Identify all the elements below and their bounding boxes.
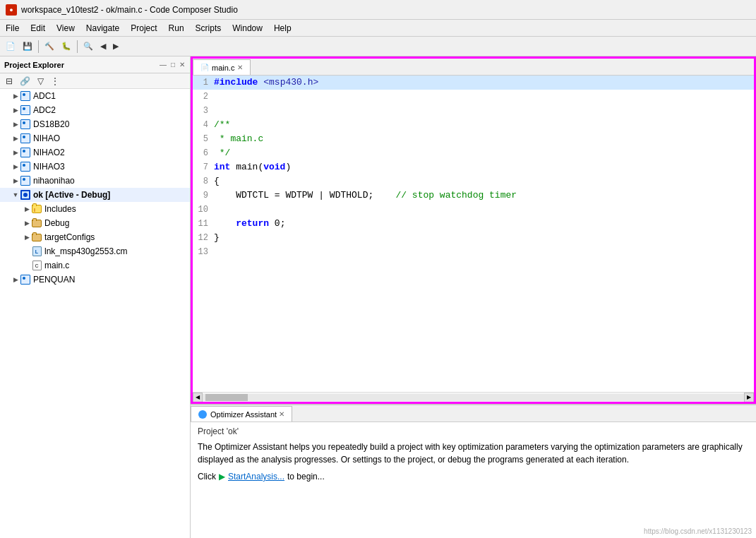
link-suffix: to begin...: [287, 472, 325, 482]
toolbar-save[interactable]: 💾: [20, 40, 35, 52]
scroll-right-arrow[interactable]: ▶: [744, 393, 754, 402]
scroll-thumb[interactable]: [205, 394, 248, 401]
toolbar-debug[interactable]: 🐛: [59, 40, 74, 52]
tree-arrow-penquan: ▶: [11, 275, 20, 284]
menu-view[interactable]: View: [51, 22, 80, 35]
line-num-6: 6: [193, 146, 214, 160]
tree-item-nihao3[interactable]: ▶ NIHAO3: [0, 160, 190, 174]
link-editor-button[interactable]: 🔗: [17, 75, 33, 88]
menu-help[interactable]: Help: [268, 22, 297, 35]
minimize-icon[interactable]: —: [159, 60, 167, 69]
bottom-project-label: Project 'ok': [198, 426, 749, 436]
project-icon-nihaonihao: [20, 175, 31, 186]
tree-item-includes[interactable]: ▶ I Includes: [0, 202, 190, 216]
tree-item-targetconfigs[interactable]: ▶ targetConfigs: [0, 230, 190, 244]
line-content-2: [214, 90, 754, 104]
tree-item-nihao2[interactable]: ▶ NIHAO2: [0, 145, 190, 160]
project-icon-nihao: [20, 133, 31, 144]
line-num-7: 7: [193, 160, 214, 174]
tree-label-debug: Debug: [44, 218, 69, 228]
folder-icon-debug: [31, 217, 42, 229]
tree-label-ds18b20: DS18B20: [33, 119, 69, 129]
toolbar-new[interactable]: 📄: [3, 40, 18, 52]
start-analysis-link[interactable]: StartAnalysis...: [228, 472, 284, 482]
tree-label-nihaonihao: nihaonihao: [33, 176, 75, 186]
menu-project[interactable]: Project: [125, 22, 162, 35]
tree-arrow-adc2: ▶: [11, 106, 20, 114]
tree-item-lnk[interactable]: ▶ L lnk_msp430g2553.cm: [0, 244, 190, 258]
menu-run[interactable]: Run: [163, 22, 190, 35]
collapse-all-button[interactable]: ⊟: [3, 75, 16, 88]
bottom-tab-close[interactable]: ✕: [279, 410, 284, 418]
menu-edit[interactable]: Edit: [25, 22, 51, 35]
line-num-10: 10: [193, 203, 214, 217]
project-icon-nihao3: [20, 161, 31, 172]
tab-close-mainc[interactable]: ✕: [237, 64, 243, 71]
line-num-11: 11: [193, 217, 214, 231]
bottom-panel-tabs: Optimizer Assistant ✕: [191, 405, 756, 422]
tree-label-lnk: lnk_msp430g2553.cm: [44, 246, 127, 256]
tree-arrow-targetconfigs: ▶: [23, 233, 31, 241]
code-line-3: 3: [193, 104, 754, 118]
bottom-link-row: Click ▶ StartAnalysis... to begin...: [198, 472, 749, 482]
tree-item-adc2[interactable]: ▶ ADC2: [0, 103, 190, 117]
scroll-track[interactable]: [203, 394, 744, 401]
tree-item-nihaonihao[interactable]: ▶ nihaonihao: [0, 174, 190, 188]
menu-file[interactable]: File: [0, 22, 25, 35]
tree-item-ds18b20[interactable]: ▶ DS18B20: [0, 117, 190, 131]
line-content-13: [214, 245, 754, 259]
scroll-left-arrow[interactable]: ◀: [193, 393, 203, 402]
toolbar-search[interactable]: 🔍: [80, 40, 96, 52]
toolbar-forward[interactable]: ▶: [110, 40, 121, 52]
close-panel-icon[interactable]: ✕: [179, 60, 186, 69]
bottom-tab-label: Optimizer Assistant: [210, 410, 277, 419]
editor-horizontal-scrollbar[interactable]: ◀ ▶: [193, 392, 754, 402]
code-line-8: 8 {: [193, 174, 754, 189]
panel-icon-group: — □ ✕: [159, 60, 186, 69]
project-icon-ok: [20, 189, 31, 201]
toolbar-build[interactable]: 🔨: [42, 40, 57, 52]
project-icon-nihao2: [20, 147, 31, 158]
menu-window[interactable]: Window: [227, 22, 268, 35]
line-num-8: 8: [193, 174, 214, 189]
editor-tab-mainc[interactable]: 📄 main.c ✕: [193, 59, 251, 75]
filter-button[interactable]: ▽: [35, 75, 47, 88]
tree-label-nihao3: NIHAO3: [33, 162, 65, 172]
tree-arrow-includes: ▶: [23, 205, 31, 213]
tree-item-debug[interactable]: ▶ Debug: [0, 216, 190, 230]
toolbar-separator-2: [77, 40, 78, 53]
watermark-text: https://blog.csdn.net/x1131230123: [644, 527, 752, 535]
tree-item-adc1[interactable]: ▶ ADC1: [0, 89, 190, 103]
tree-arrow-nihao2: ▶: [11, 148, 20, 157]
tree-arrow-nihao: ▶: [11, 134, 20, 143]
tree-label-nihao: NIHAO: [33, 133, 60, 143]
folder-icon-targetconfigs: [31, 232, 42, 243]
file-icon-lnk: L: [31, 246, 42, 257]
code-line-9: 9 WDTCTL = WDTPW | WDTHOLD; // stop watc…: [193, 189, 754, 203]
link-prefix: Click: [198, 472, 216, 482]
code-line-1: 1 #include <msp430.h>: [193, 76, 754, 90]
line-content-1: #include <msp430.h>: [214, 76, 754, 90]
editor-tabs: 📄 main.c ✕: [193, 59, 754, 76]
tree-arrow-nihaonihao: ▶: [11, 177, 20, 185]
menu-scripts[interactable]: Scripts: [190, 22, 227, 35]
line-content-9: WDTCTL = WDTPW | WDTHOLD; // stop watchd…: [214, 189, 754, 203]
tree-item-ok[interactable]: ▼ ok [Active - Debug]: [0, 188, 190, 202]
tree-item-penquan[interactable]: ▶ PENQUAN: [0, 273, 190, 287]
bottom-tab-optimizer[interactable]: Optimizer Assistant ✕: [191, 406, 292, 422]
project-icon-ds18b20: [20, 119, 31, 130]
maximize-icon[interactable]: □: [170, 60, 176, 69]
toolbar-back[interactable]: ◀: [97, 40, 109, 52]
tree-item-nihao[interactable]: ▶ NIHAO: [0, 131, 190, 145]
tree-label-penquan: PENQUAN: [33, 275, 75, 285]
line-num-5: 5: [193, 132, 214, 146]
project-icon-adc2: [20, 104, 31, 116]
tree-label-targetconfigs: targetConfigs: [44, 232, 95, 242]
tree-item-mainc[interactable]: ▶ C main.c: [0, 258, 190, 273]
code-editor[interactable]: 1 #include <msp430.h> 2 3: [193, 76, 754, 392]
bottom-panel: Optimizer Assistant ✕ Project 'ok' The O…: [191, 404, 756, 538]
menu-navigate[interactable]: Navigate: [80, 22, 125, 35]
file-icon-mainc: C: [31, 260, 42, 271]
code-line-4: 4 /**: [193, 118, 754, 132]
view-menu-button[interactable]: ⋮: [48, 75, 62, 88]
